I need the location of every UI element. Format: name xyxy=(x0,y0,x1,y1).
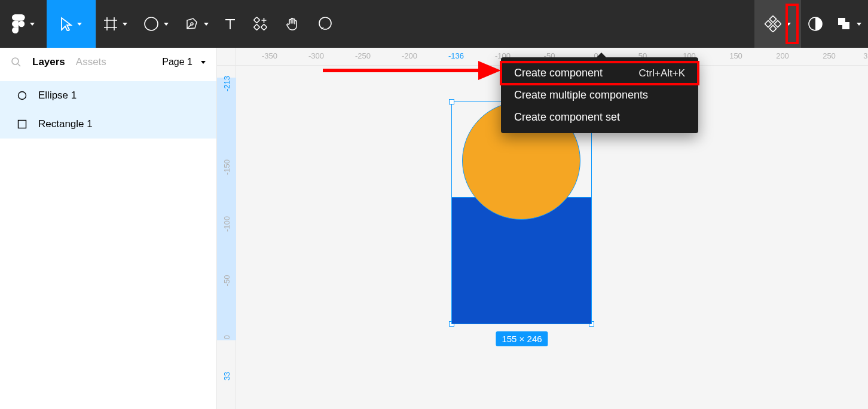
chevron-down-icon xyxy=(857,23,861,26)
ruler-tick: -350 xyxy=(262,51,277,60)
layer-item-ellipse[interactable]: Ellipse 1 xyxy=(0,81,216,110)
ruler-tick: -150 xyxy=(222,159,231,175)
left-panel: Layers Assets Page 1 Ellipse 1 Rectangle… xyxy=(0,48,217,409)
boolean-union-icon xyxy=(836,16,852,32)
shape-tool[interactable] xyxy=(135,0,178,48)
layer-list: Ellipse 1 Rectangle 1 xyxy=(0,76,216,139)
svg-point-0 xyxy=(19,21,25,27)
layer-item-rectangle[interactable]: Rectangle 1 xyxy=(0,110,216,139)
layer-label: Ellipse 1 xyxy=(38,90,77,102)
page-label: Page 1 xyxy=(162,57,192,67)
mask-icon xyxy=(808,16,823,32)
menu-label: Create component set xyxy=(514,111,620,124)
ruler-tick: 0 xyxy=(222,335,231,339)
menu-item-create-multiple-components[interactable]: Create multiple components xyxy=(501,84,698,106)
text-icon xyxy=(224,17,237,30)
ruler-corner xyxy=(217,48,236,66)
component-icon xyxy=(765,16,781,32)
svg-rect-8 xyxy=(769,25,776,32)
ellipse-icon xyxy=(17,90,27,101)
ellipse-icon xyxy=(143,16,159,32)
chevron-down-icon xyxy=(30,23,35,26)
ruler-tick: 33 xyxy=(222,372,231,380)
ruler-tick: 300 xyxy=(863,51,868,60)
ruler-tick: -250 xyxy=(355,51,371,60)
mask-tool[interactable] xyxy=(801,0,830,48)
chevron-down-icon xyxy=(123,23,127,26)
pen-icon xyxy=(185,17,199,31)
move-tool[interactable] xyxy=(47,0,96,48)
svg-point-12 xyxy=(12,58,19,64)
tab-assets[interactable]: Assets xyxy=(76,56,106,68)
svg-rect-10 xyxy=(774,20,781,27)
selection-handle-nw[interactable] xyxy=(449,99,454,104)
svg-point-13 xyxy=(19,92,26,100)
chevron-down-icon xyxy=(201,61,206,64)
figma-logo-menu[interactable] xyxy=(0,0,47,48)
hand-tool[interactable] xyxy=(277,0,309,48)
chevron-down-icon xyxy=(204,23,209,26)
ruler-tick: -136 xyxy=(448,51,464,60)
ruler-tick: -50 xyxy=(222,275,231,287)
page-selector[interactable]: Page 1 xyxy=(162,57,206,67)
svg-rect-7 xyxy=(769,16,776,22)
ruler-tick: -100 xyxy=(222,216,231,232)
ruler-vertical: -213-150-100-50033100 xyxy=(217,66,236,409)
menu-item-create-component-set[interactable]: Create component set xyxy=(501,106,698,128)
frame-icon xyxy=(103,17,118,31)
ruler-tick: -200 xyxy=(402,51,417,60)
frame-tool[interactable] xyxy=(96,0,135,48)
svg-point-6 xyxy=(319,17,331,29)
menu-label: Create multiple components xyxy=(514,89,648,102)
ruler-selection-range xyxy=(217,78,236,340)
svg-rect-4 xyxy=(261,24,267,30)
layer-label: Rectangle 1 xyxy=(38,118,93,130)
svg-rect-5 xyxy=(254,24,260,30)
comment-icon xyxy=(317,16,333,32)
svg-point-2 xyxy=(191,23,193,25)
boolean-tool[interactable] xyxy=(830,0,868,48)
search-icon[interactable] xyxy=(11,57,22,67)
selection-size-badge: 155 × 246 xyxy=(496,331,548,346)
svg-rect-9 xyxy=(765,20,771,27)
ruler-tick: 250 xyxy=(823,51,836,60)
menu-shortcut: Ctrl+Alt+K xyxy=(639,67,685,79)
menu-item-create-component[interactable]: Create component Ctrl+Alt+K xyxy=(501,62,698,84)
text-tool[interactable] xyxy=(216,0,244,48)
resources-tool[interactable] xyxy=(244,0,277,48)
ruler-tick: 150 xyxy=(729,51,742,60)
chevron-down-icon xyxy=(77,23,82,26)
figma-logo-icon xyxy=(12,14,25,33)
chevron-down-icon xyxy=(164,23,169,26)
pen-tool[interactable] xyxy=(178,0,216,48)
svg-rect-14 xyxy=(19,121,26,128)
resources-icon xyxy=(253,17,268,31)
create-component-menu: Create component Ctrl+Alt+K Create multi… xyxy=(501,57,698,133)
svg-rect-3 xyxy=(254,17,260,23)
chevron-down-icon xyxy=(786,23,791,26)
rectangle-icon xyxy=(17,119,27,130)
ruler-tick: -300 xyxy=(308,51,324,60)
hand-icon xyxy=(285,16,301,32)
svg-point-1 xyxy=(145,17,158,30)
cursor-icon xyxy=(60,17,72,31)
panel-header: Layers Assets Page 1 xyxy=(0,48,216,76)
tab-layers[interactable]: Layers xyxy=(32,56,65,68)
comment-tool[interactable] xyxy=(309,0,341,48)
menu-label: Create component xyxy=(514,67,603,79)
ruler-tick: -213 xyxy=(222,76,231,91)
ruler-tick: 200 xyxy=(776,51,789,60)
create-component-button[interactable] xyxy=(754,0,801,48)
toolbar xyxy=(0,0,868,48)
